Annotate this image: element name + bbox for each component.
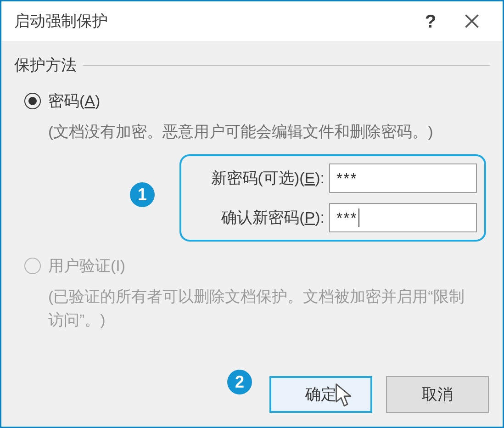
dialog-footer: 确定 取消 [269,376,489,413]
text-cursor-icon [358,208,359,227]
start-enforcing-protection-dialog: 启动强制保护 ? 保护方法 密码(A) (文档没有加密。恶意用户可能会编辑文件和… [0,0,504,428]
new-password-input[interactable]: *** [329,163,477,193]
annotation-badge-2: 2 [227,370,252,394]
confirm-password-label: 确认新密码(P): [191,207,329,228]
radio-row-user-auth: 用户验证(I) [14,255,490,276]
mouse-cursor-icon [335,383,354,408]
radio-label-user-auth: 用户验证(I) [48,255,125,276]
confirm-password-input[interactable]: *** [329,203,477,232]
close-button[interactable] [451,1,493,41]
section-header: 保护方法 [14,55,490,76]
user-auth-hint: (已验证的所有者可以删除文档保护。文档被加密并启用“限制访问”。) [14,285,490,332]
annotation-badge-1: 1 [130,182,155,207]
close-icon [464,13,480,29]
radio-label-password: 密码(A) [48,90,100,112]
password-fields-group: 新密码(可选)(E): *** 确认新密码(P): *** [179,154,486,242]
confirm-password-row: 确认新密码(P): *** [191,203,477,232]
cancel-button[interactable]: 取消 [386,376,489,413]
title-bar: 启动强制保护 ? [1,1,503,41]
new-password-row: 新密码(可选)(E): *** [191,163,477,193]
divider [83,65,490,66]
ok-button-label: 确定 [305,384,336,405]
radio-user-auth [24,258,41,274]
help-button[interactable]: ? [410,1,451,41]
radio-password[interactable] [24,93,41,109]
section-label: 保护方法 [14,55,83,76]
password-hint: (文档没有加密。恶意用户可能会编辑文件和删除密码。) [14,120,490,143]
new-password-label: 新密码(可选)(E): [191,168,329,189]
ok-button[interactable]: 确定 [269,376,372,413]
radio-dot-icon [28,97,37,105]
cancel-button-label: 取消 [422,384,453,405]
dialog-title: 启动强制保护 [14,11,410,32]
radio-row-password[interactable]: 密码(A) [14,90,490,112]
dialog-body: 保护方法 密码(A) (文档没有加密。恶意用户可能会编辑文件和删除密码。) 新密… [1,41,503,332]
